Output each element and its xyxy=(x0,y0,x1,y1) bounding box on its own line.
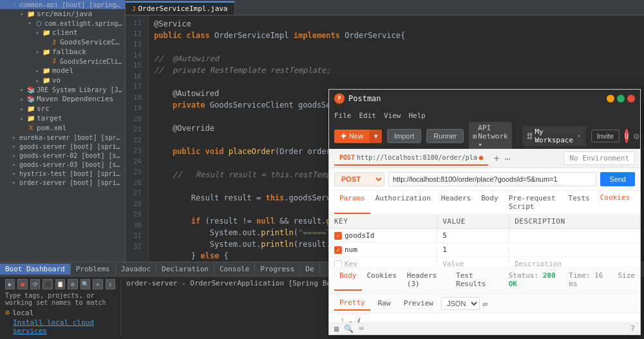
sidebar-item-fallbackfactory[interactable]: J GoodsServiceClientFallbackFa... xyxy=(0,57,125,66)
tab-console[interactable]: Console xyxy=(214,264,255,275)
checkbox-num[interactable]: ✓ xyxy=(334,246,342,254)
sidebar-item-fallback[interactable]: ▾ 📁 fallback xyxy=(0,47,125,57)
request-method-url: POST GET PUT DELETE Send xyxy=(329,168,640,191)
tab-javadoc[interactable]: Javadoc xyxy=(116,264,156,275)
no-environment-badge[interactable]: No Environment xyxy=(564,151,635,165)
sidebar-item-jre[interactable]: ▸ 📚 JRE System Library [JavaSE-1.8] xyxy=(0,85,125,94)
find-icon[interactable]: 🔍 xyxy=(344,324,354,333)
value-num[interactable]: 1 xyxy=(437,243,509,257)
toolbar-btn-5[interactable]: 📋 xyxy=(55,279,65,289)
more-tabs-button[interactable]: ⋯ xyxy=(505,153,510,164)
method-select[interactable]: POST GET PUT DELETE xyxy=(334,172,384,186)
params-tab-auth[interactable]: Authorization xyxy=(370,191,436,214)
close-btn[interactable] xyxy=(627,95,635,102)
params-tab-body[interactable]: Body xyxy=(476,191,504,214)
new-dropdown-btn[interactable]: ▾ xyxy=(370,130,382,143)
add-tab-button[interactable]: + xyxy=(491,152,502,164)
sidebar-item-eureka[interactable]: ▸ eureka-server [boot] [springcloud-demo… xyxy=(0,133,125,142)
params-tab-tests[interactable]: Tests xyxy=(564,191,595,214)
sidebar-item-goodsserviceclient[interactable]: J GoodsServiceClient.java xyxy=(0,37,125,47)
tab-boot-dashboard[interactable]: Boot Dashboard xyxy=(0,264,71,275)
params-tab-params[interactable]: Params xyxy=(334,191,370,214)
desc-num[interactable] xyxy=(509,243,640,257)
desc-goodsid[interactable] xyxy=(509,229,640,243)
value-placeholder[interactable]: Value xyxy=(437,257,509,267)
toolbar-btn-6[interactable]: ⚙ xyxy=(68,279,77,289)
key-header: KEY xyxy=(329,215,437,229)
runner-button[interactable]: Runner xyxy=(426,129,464,143)
sidebar-item-goods03[interactable]: ▸ goods-server-03 [boot] [springcloud-de… xyxy=(0,160,125,169)
install-link[interactable]: Install local cloud services xyxy=(13,318,94,335)
new-button-group: ✚ New ▾ xyxy=(334,130,382,143)
menu-file[interactable]: File xyxy=(334,111,352,120)
format-pretty[interactable]: Pretty xyxy=(334,296,370,311)
response-tab-headers[interactable]: Headers (3) xyxy=(402,269,451,291)
sidebar-item-src[interactable]: ▾ 📁 src/main/java xyxy=(0,9,125,19)
invite-button[interactable]: Invite xyxy=(591,130,620,142)
menu-help[interactable]: Help xyxy=(409,111,426,120)
params-tab-prerequest[interactable]: Pre-request Script xyxy=(504,191,564,214)
toolbar-btn-1[interactable]: ▶ xyxy=(5,279,15,289)
keyboard-icon[interactable]: ⌨ xyxy=(359,324,363,333)
sidebar-item-client[interactable]: ▾ 📁 client xyxy=(0,28,125,37)
tab-de[interactable]: De xyxy=(300,264,319,275)
menu-view[interactable]: View xyxy=(384,111,401,120)
format-raw[interactable]: Raw xyxy=(373,296,396,310)
postman-bottom-icons: ▦ 🔍 ⌨ ? xyxy=(329,322,640,334)
params-tab-headers[interactable]: Headers xyxy=(436,191,476,214)
workspace-selector[interactable]: My Workspace ▾ xyxy=(522,126,586,146)
url-input[interactable] xyxy=(388,172,596,186)
cookies-link[interactable]: Cookies xyxy=(595,191,635,214)
tab-url-label: http://localhost:8100/order/pla xyxy=(357,154,477,161)
sidebar-item-maven[interactable]: ▸ 📚 Maven Dependencies xyxy=(0,94,125,104)
postman-window: P Postman File Edit View Help ✚ New ▾ Im… xyxy=(328,89,641,335)
sidebar-item-target[interactable]: ▸ 📁 target xyxy=(0,113,125,123)
sidebar-item-package[interactable]: ▾ ⬡ com.extlight.springcloud.common... xyxy=(0,19,125,28)
param-row-num: ✓ num 1 xyxy=(329,243,640,257)
sidebar-item-goods[interactable]: ▸ goods-server [boot] [springcloud-demo.… xyxy=(0,142,125,151)
sidebar-item-goods02[interactable]: ▸ goods-server-02 [boot] [springcloud-de… xyxy=(0,151,125,160)
checkbox-goodsid[interactable]: ✓ xyxy=(334,232,342,240)
sidebar-item-hystrix[interactable]: ▸ hystrix-test [boot] [springcloud-demo … xyxy=(0,169,125,178)
desc-placeholder[interactable]: Description xyxy=(509,257,640,267)
help-icon[interactable]: ? xyxy=(630,324,635,333)
sidebar-item-vo[interactable]: ▸ 📁 vo xyxy=(0,75,125,85)
response-tab-cookies[interactable]: Cookies xyxy=(362,269,402,291)
maximize-btn[interactable] xyxy=(617,95,625,102)
api-network-group: ⊞ API Network ▾ xyxy=(469,122,511,151)
key-placeholder[interactable]: Key xyxy=(345,260,357,266)
sidebar-item-pom[interactable]: X pom.xml xyxy=(0,123,125,133)
settings-icon[interactable]: ⚙ xyxy=(634,129,639,143)
toolbar-btn-9[interactable]: ↕ xyxy=(106,279,115,289)
new-button[interactable]: ✚ New xyxy=(334,130,370,143)
format-preview[interactable]: Preview xyxy=(399,296,439,310)
toolbar-btn-4[interactable]: ⬛ xyxy=(43,279,52,289)
minimize-btn[interactable] xyxy=(607,95,614,102)
key-goodsid[interactable]: goodsId xyxy=(345,231,374,240)
toolbar-btn-2[interactable]: ■ xyxy=(17,279,27,289)
user-avatar[interactable]: U xyxy=(625,129,629,143)
sidebar-item-src2[interactable]: ▸ 📁 src xyxy=(0,104,125,113)
sidebar-item-common-api[interactable]: ▾ common-api [boot] [springcloud-demo r.… xyxy=(0,0,125,9)
tab-declaration[interactable]: Declaration xyxy=(156,264,214,275)
key-num[interactable]: num xyxy=(345,246,357,254)
request-tab-active[interactable]: POST http://localhost:8100/order/pla ● xyxy=(334,151,488,166)
format-type-select[interactable]: JSON XML HTML Text xyxy=(441,297,480,310)
checkbox-empty[interactable] xyxy=(334,260,342,267)
response-tab-tests[interactable]: Test Results xyxy=(451,269,504,291)
toolbar-btn-7[interactable]: 🔍 xyxy=(80,279,90,289)
toolbar-btn-3[interactable]: ⟳ xyxy=(30,279,40,289)
sidebar-item-model[interactable]: ▸ 📁 model xyxy=(0,66,125,75)
menu-edit[interactable]: Edit xyxy=(359,111,377,120)
word-wrap-icon[interactable]: ⇌ xyxy=(482,298,488,309)
tab-orderserviceimpl[interactable]: J OrderServiceImpl.java xyxy=(126,1,235,15)
toolbar-btn-8[interactable]: + xyxy=(93,279,102,289)
tab-problems[interactable]: Problems xyxy=(71,264,116,275)
response-tab-body[interactable]: Body xyxy=(334,269,362,291)
tab-progress[interactable]: Progress xyxy=(255,264,300,275)
send-button[interactable]: Send xyxy=(600,172,635,186)
sidebar-item-order[interactable]: ▸ order-server [boot] [springcloud-demo … xyxy=(0,178,125,187)
value-goodsid[interactable]: 5 xyxy=(437,229,509,243)
layout-icon[interactable]: ▦ xyxy=(334,324,339,333)
import-button[interactable]: Import xyxy=(387,129,421,143)
